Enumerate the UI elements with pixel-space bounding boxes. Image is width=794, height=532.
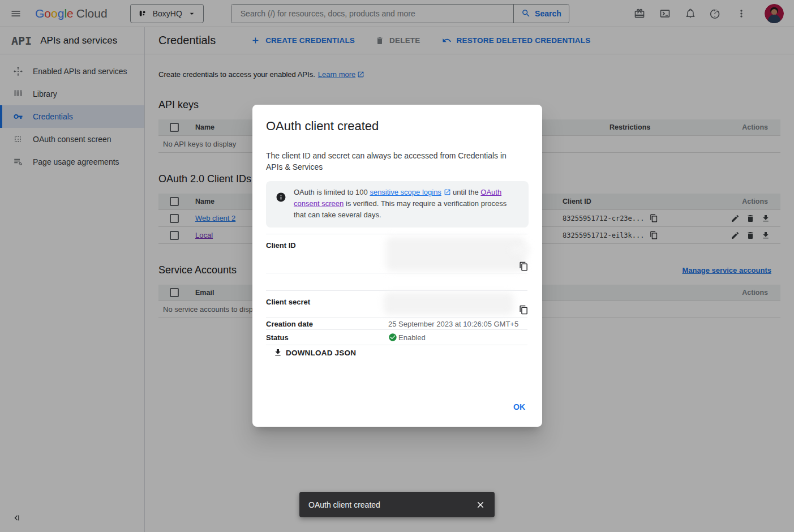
creation-date-label: Creation date xyxy=(266,320,388,328)
client-secret-redacted xyxy=(384,293,514,315)
client-secret-row: Client secret xyxy=(266,290,527,318)
info-icon xyxy=(276,192,286,228)
info-banner-text: OAuth is limited to 100 sensitive scope … xyxy=(294,187,512,228)
client-id-redacted xyxy=(510,246,530,255)
check-circle-icon xyxy=(388,333,397,342)
empty-row xyxy=(266,273,527,290)
close-icon[interactable] xyxy=(475,500,486,510)
creation-date-row: Creation date 25 September 2023 at 10:26… xyxy=(266,318,527,329)
snackbar-message: OAuth client created xyxy=(308,500,380,509)
dialog-subtitle: The client ID and secret can always be a… xyxy=(266,150,522,173)
creation-date-value: 25 September 2023 at 10:26:05 GMT+5 xyxy=(388,320,518,328)
info-banner: OAuth is limited to 100 sensitive scope … xyxy=(266,181,529,228)
oauth-client-created-dialog: OAuth client created The client ID and s… xyxy=(252,105,542,427)
download-icon xyxy=(273,348,282,357)
client-secret-label: Client secret xyxy=(266,291,388,318)
ok-button[interactable]: OK xyxy=(510,400,529,414)
status-value: Enabled xyxy=(398,333,426,342)
external-link-icon xyxy=(444,188,451,196)
dialog-title: OAuth client created xyxy=(266,119,379,134)
copy-client-secret-icon[interactable] xyxy=(519,305,529,315)
status-label: Status xyxy=(266,333,388,342)
status-row: Status Enabled xyxy=(266,329,527,345)
client-id-label: Client ID xyxy=(266,234,388,273)
sensitive-scope-logins-link[interactable]: sensitive scope logins xyxy=(370,188,441,196)
snackbar: OAuth client created xyxy=(299,492,495,517)
copy-client-id-icon[interactable] xyxy=(519,261,529,271)
client-id-redacted xyxy=(386,237,525,271)
download-json-button[interactable]: DOWNLOAD JSON xyxy=(273,348,356,357)
client-id-row: Client ID xyxy=(266,234,527,273)
